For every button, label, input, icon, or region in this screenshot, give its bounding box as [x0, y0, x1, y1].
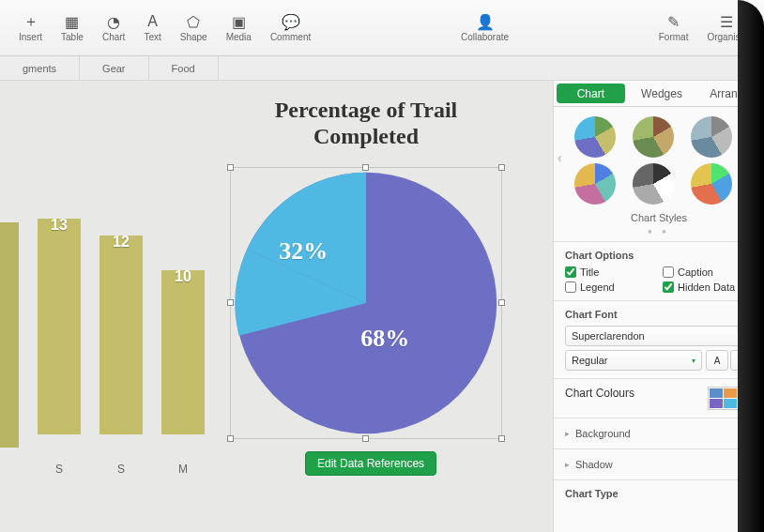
- resize-handle[interactable]: [227, 435, 234, 442]
- chevron-down-icon: ▾: [692, 357, 695, 365]
- font-smaller-button[interactable]: A: [706, 350, 728, 371]
- chart-colours-section: Chart Colours: [554, 378, 764, 418]
- text-label: Text: [144, 32, 160, 42]
- section-title: Chart Options: [565, 250, 753, 261]
- checkbox[interactable]: [565, 266, 576, 278]
- font-weight-select[interactable]: Regular▾: [565, 350, 702, 371]
- selection-box: [230, 167, 502, 439]
- text-icon: A: [145, 13, 161, 30]
- chevron-right-icon: ▸: [565, 429, 570, 438]
- chart-label: Chart: [102, 32, 125, 42]
- chart-style-thumb[interactable]: [691, 116, 732, 158]
- format-button[interactable]: ✎Format: [651, 9, 696, 46]
- brush-icon: ✎: [665, 13, 682, 30]
- chart-style-thumb[interactable]: [633, 163, 674, 205]
- bar-axis-label: S: [117, 463, 125, 476]
- resize-handle[interactable]: [498, 435, 505, 442]
- chart-icon: ◔: [105, 13, 122, 30]
- chart-style-thumb[interactable]: [691, 163, 732, 205]
- format-tabs: Chart Wedges Arrange: [554, 81, 764, 107]
- insert-label: Insert: [19, 32, 42, 42]
- chart-button[interactable]: ◔Chart: [95, 9, 132, 46]
- comment-button[interactable]: 💬Comment: [263, 9, 318, 46]
- option-legend[interactable]: Legend: [565, 281, 655, 293]
- edit-data-button[interactable]: Edit Data References: [305, 451, 436, 476]
- chart-styles-grid: [554, 107, 764, 208]
- tab-chart[interactable]: Chart: [557, 84, 625, 103]
- media-icon: ▣: [230, 13, 247, 30]
- pie-chart[interactable]: 68% 32%: [230, 167, 502, 439]
- format-panel: Chart Wedges Arrange ‹ › Chart Styles ● …: [553, 81, 764, 532]
- sheet-tab[interactable]: gments: [0, 56, 80, 80]
- shape-button[interactable]: ⬠Shape: [173, 9, 215, 46]
- bar-value: 10: [175, 268, 191, 285]
- chart-style-thumb[interactable]: [633, 116, 674, 158]
- background-disclosure[interactable]: ▸Background: [554, 418, 764, 448]
- table-icon: ▦: [64, 13, 81, 30]
- resize-handle[interactable]: [227, 164, 234, 171]
- resize-handle[interactable]: [498, 164, 505, 171]
- tab-wedges[interactable]: Wedges: [628, 81, 696, 106]
- section-title: Chart Colours: [565, 387, 634, 400]
- section-title: Chart Type: [565, 488, 753, 499]
- text-button[interactable]: AText: [136, 9, 168, 46]
- plus-icon: ＋: [23, 13, 39, 30]
- font-family-value: Superclarendon: [572, 330, 645, 342]
- chevron-right-icon: ▸: [565, 460, 570, 469]
- sheet-tab[interactable]: Food: [149, 56, 219, 80]
- media-label: Media: [226, 32, 252, 42]
- table-button[interactable]: ▦Table: [53, 9, 91, 46]
- pager-dots[interactable]: ● ●: [554, 227, 764, 241]
- option-label: Legend: [580, 281, 615, 293]
- media-button[interactable]: ▣Media: [219, 9, 259, 46]
- chart-options-section: Chart Options Title Caption Legend Hidde…: [554, 241, 764, 300]
- bar-value: 12: [113, 234, 130, 251]
- resize-handle[interactable]: [498, 299, 505, 306]
- option-label: Title: [580, 266, 599, 278]
- bar-axis-label: S: [55, 463, 63, 476]
- resize-handle[interactable]: [227, 299, 234, 306]
- checkbox[interactable]: [663, 281, 674, 293]
- shape-icon: ⬠: [185, 13, 202, 30]
- disclosure-label: Shadow: [575, 459, 613, 470]
- comment-label: Comment: [270, 32, 311, 42]
- option-title[interactable]: Title: [565, 266, 655, 278]
- chart-styles-label: Chart Styles: [554, 208, 764, 227]
- chart-title[interactable]: Percentage of Trail Completed: [244, 98, 488, 149]
- insert-button[interactable]: ＋Insert: [11, 9, 50, 46]
- person-icon: 👤: [477, 13, 494, 30]
- checkbox[interactable]: [663, 266, 674, 278]
- resize-handle[interactable]: [362, 164, 369, 171]
- chart-style-thumb[interactable]: [574, 116, 616, 158]
- option-label: Caption: [678, 266, 713, 278]
- shadow-disclosure[interactable]: ▸Shadow: [554, 448, 764, 479]
- toolbar: ＋Insert ▦Table ◔Chart AText ⬠Shape ▣Medi…: [0, 0, 764, 56]
- chart-style-thumb[interactable]: [574, 163, 616, 205]
- comment-icon: 💬: [283, 13, 299, 30]
- bar-axis-label: M: [178, 463, 188, 476]
- device-bezel: [738, 0, 764, 532]
- checkbox[interactable]: [565, 281, 576, 293]
- table-label: Table: [61, 32, 84, 42]
- disclosure-label: Background: [575, 428, 631, 439]
- sheet-tab[interactable]: Gear: [80, 56, 148, 80]
- resize-handle[interactable]: [362, 435, 369, 442]
- font-weight-value: Regular: [572, 355, 608, 366]
- format-label: Format: [659, 32, 689, 42]
- chart-type-section: Chart Type: [554, 479, 764, 512]
- chart-font-section: Chart Font Superclarendon▾ Regular▾ A A: [554, 300, 764, 378]
- section-title: Chart Font: [565, 309, 753, 320]
- sheet-tabs: gments Gear Food: [0, 56, 764, 81]
- bar-value: 13: [51, 217, 68, 234]
- collaborate-button[interactable]: 👤Collaborate: [453, 9, 516, 46]
- font-family-select[interactable]: Superclarendon▾: [565, 326, 753, 346]
- organise-icon: ☰: [718, 13, 735, 30]
- bar-chart: 13S 12S 10M: [0, 219, 205, 476]
- sheet-canvas[interactable]: 13S 12S 10M Percentage of Trail Complete…: [0, 81, 553, 532]
- collaborate-label: Collaborate: [461, 32, 509, 42]
- shape-label: Shape: [180, 32, 207, 42]
- option-label: Hidden Data: [678, 281, 735, 293]
